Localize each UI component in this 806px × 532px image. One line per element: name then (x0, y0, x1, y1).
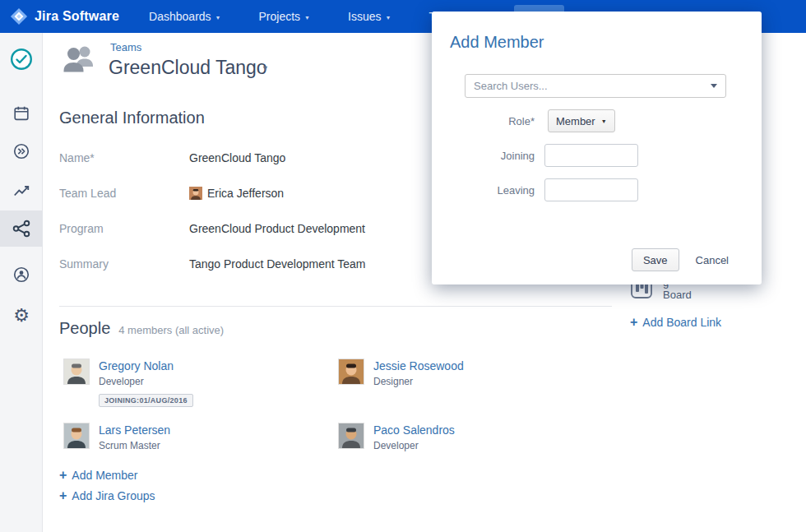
chevron-down-icon: ▼ (601, 118, 607, 124)
field-label: Team Lead (59, 187, 189, 200)
field-value: GreenCloud Tango (189, 151, 285, 164)
chevron-down-icon: ▼ (304, 13, 310, 21)
member-avatar (339, 359, 364, 384)
plus-icon: + (630, 316, 637, 329)
save-button[interactable]: Save (632, 248, 679, 271)
member-info: Jessie Rosewood Designer (373, 359, 464, 387)
jira-home-link[interactable]: Jira Software (10, 7, 119, 25)
leaving-date-input[interactable] (544, 178, 638, 201)
leaving-label: Leaving (432, 178, 535, 202)
gear-icon: ⚙ (13, 307, 30, 325)
dialog-actions: Save Cancel (432, 248, 762, 271)
leaving-row: Leaving (432, 178, 762, 202)
section-divider (59, 306, 612, 307)
role-label: Role* (432, 109, 535, 133)
add-board-link[interactable]: + Add Board Link (630, 316, 721, 329)
team-lead-avatar (189, 187, 202, 200)
field-value: Erica Jefferson (189, 187, 284, 200)
member-role: Scrum Master (99, 440, 170, 451)
tempo-logo-icon (10, 48, 33, 71)
member-card: Lars Petersen Scrum Master (64, 423, 170, 451)
field-value: GreenCloud Product Development (189, 222, 365, 235)
plus-icon: + (59, 469, 67, 482)
field-label: Program (59, 222, 189, 235)
member-info: Paco Salendros Developer (373, 423, 455, 451)
people-heading: People (59, 319, 110, 338)
joining-label: Joining (432, 144, 535, 168)
sidebar-item-teams[interactable] (0, 210, 43, 247)
calendar-icon (12, 104, 30, 123)
member-info: Gregory Nolan Developer JOINING:01/AUG/2… (99, 359, 193, 407)
chevron-down-icon: ▼ (215, 13, 221, 21)
member-card: Paco Salendros Developer (339, 423, 455, 451)
chart-icon (12, 182, 30, 200)
sidebar-item-profile[interactable] (0, 263, 43, 286)
cancel-button[interactable]: Cancel (696, 254, 729, 266)
chevron-down-icon (711, 84, 717, 88)
add-board-link-label: Add Board Link (642, 316, 721, 329)
team-hierarchy-icon (12, 219, 31, 238)
sidebar-item-calendar[interactable] (0, 102, 43, 125)
member-name-link[interactable]: Gregory Nolan (99, 359, 193, 372)
breadcrumb-teams-link[interactable]: Teams (110, 41, 141, 53)
member-name-link[interactable]: Lars Petersen (99, 423, 170, 437)
general-info-heading: General Information (59, 109, 205, 127)
role-selected-value: Member (556, 115, 595, 127)
nav-item-projects[interactable]: Projects ▼ (259, 10, 311, 23)
nav-item-issues[interactable]: Issues ▼ (348, 10, 391, 23)
sidebar-item-reports[interactable] (0, 179, 43, 202)
chevron-down-icon: ▼ (386, 13, 391, 21)
joining-badge: JOINING:01/AUG/2016 (99, 394, 193, 407)
jira-logo-icon (10, 7, 28, 25)
member-avatar (339, 423, 364, 448)
member-role: Developer (373, 440, 455, 451)
sidebar-item-backlog[interactable] (0, 140, 43, 163)
member-role: Developer (99, 376, 193, 387)
field-label: Name* (59, 151, 189, 164)
member-name-link[interactable]: Jessie Rosewood (373, 359, 464, 372)
nav-item-label: Projects (259, 10, 301, 23)
add-member-dialog: Add Member Search Users... Role* Member … (432, 12, 762, 285)
plus-icon: + (59, 489, 67, 502)
member-name-link[interactable]: Paco Salendros (373, 423, 455, 437)
double-chevron-circle-icon (12, 142, 30, 160)
title-dropdown-caret[interactable]: ▼ (262, 64, 269, 72)
sidebar-item-tempo-logo[interactable] (0, 48, 43, 71)
team-lead-name: Erica Jefferson (207, 187, 284, 200)
joining-row: Joining (432, 144, 762, 168)
member-role: Designer (373, 376, 464, 387)
member-card: Jessie Rosewood Designer (339, 359, 464, 387)
role-dropdown[interactable]: Member ▼ (548, 109, 615, 132)
left-sidebar: ⚙ (0, 33, 43, 532)
team-avatar (61, 43, 99, 77)
add-member-link[interactable]: + Add Member (59, 469, 138, 482)
dialog-title: Add Member (450, 33, 544, 52)
search-users-select[interactable]: Search Users... (465, 74, 726, 98)
nav-item-label: Dashboards (149, 10, 211, 23)
member-avatar (64, 359, 89, 384)
field-label: Summary (59, 257, 189, 271)
app-root: Jira Software Dashboards ▼ Projects ▼ Is… (0, 0, 806, 532)
brand-name: Jira Software (35, 9, 119, 24)
person-circle-icon (12, 266, 30, 284)
member-card: Gregory Nolan Developer JOINING:01/AUG/2… (64, 359, 193, 407)
board-label: Board (663, 289, 692, 301)
primary-nav: Dashboards ▼ Projects ▼ Issues ▼ Tempo ▼ (149, 10, 473, 23)
add-jira-groups-label: Add Jira Groups (72, 489, 155, 502)
add-member-label: Add Member (72, 469, 137, 482)
member-info: Lars Petersen Scrum Master (99, 423, 170, 451)
page-title: GreenCloud Tango (109, 57, 267, 79)
joining-date-input[interactable] (544, 144, 638, 167)
people-subtitle: 4 members (all active) (118, 324, 224, 336)
nav-item-label: Issues (348, 10, 381, 23)
add-jira-groups-link[interactable]: + Add Jira Groups (59, 489, 155, 502)
search-users-placeholder: Search Users... (474, 80, 548, 92)
role-row: Role* Member ▼ (432, 109, 762, 133)
sidebar-item-settings[interactable]: ⚙ (0, 304, 43, 327)
people-heading-row: People 4 members (all active) (59, 319, 224, 338)
member-avatar (64, 423, 89, 448)
nav-item-dashboards[interactable]: Dashboards ▼ (149, 10, 220, 23)
field-value: Tango Product Development Team (189, 257, 366, 271)
